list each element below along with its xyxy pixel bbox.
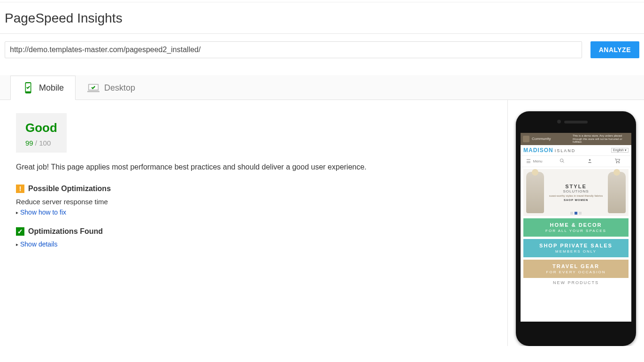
summary-text: Great job! This page applies most perfor… bbox=[16, 163, 491, 171]
hero-title: STYLE bbox=[549, 184, 603, 189]
user-icon bbox=[576, 156, 604, 167]
tabs: Mobile Desktop bbox=[0, 75, 644, 100]
svg-point-7 bbox=[589, 159, 591, 161]
hero-subtitle: SOLUTIONS bbox=[549, 189, 603, 193]
score-separator: / bbox=[33, 139, 39, 147]
score-label: Good bbox=[25, 121, 57, 135]
search-icon bbox=[548, 156, 576, 167]
preview-demo-note: This is a demo store. Any orders placed … bbox=[573, 134, 629, 144]
tab-mobile-label: Mobile bbox=[39, 83, 64, 93]
caret-right-icon: ▸ bbox=[16, 242, 18, 247]
model-image-left bbox=[526, 172, 544, 213]
score-value: 99 bbox=[25, 139, 33, 147]
preview-language-select: English▾ bbox=[611, 148, 629, 153]
magento-logo-icon bbox=[523, 136, 529, 142]
desktop-check-icon bbox=[87, 82, 100, 94]
preview-iconbar: ☰ Menu bbox=[521, 155, 631, 167]
show-how-to-fix-link[interactable]: ▸ Show how to fix bbox=[16, 208, 491, 216]
preview-topbar: Community This is a demo store. Any orde… bbox=[521, 133, 631, 145]
tab-desktop-label: Desktop bbox=[104, 83, 135, 93]
model-image-right bbox=[608, 172, 626, 213]
show-details-link[interactable]: ▸ Show details bbox=[16, 240, 491, 248]
svg-point-8 bbox=[616, 162, 617, 163]
score-box: Good 99 / 100 bbox=[16, 113, 67, 153]
url-input[interactable] bbox=[5, 41, 582, 58]
section-title-found: Optimizations Found bbox=[28, 227, 103, 236]
promo-home-decor: HOME & DECOR FOR ALL YOUR SPACES bbox=[523, 218, 629, 237]
hero-tagline: coast-worthy styles in travel-friendly f… bbox=[549, 194, 603, 197]
menu-icon: ☰ Menu bbox=[521, 156, 548, 167]
preview-new-products: NEW PRODUCTS bbox=[521, 280, 631, 285]
preview-hero: STYLE SOLUTIONS coast-worthy styles in t… bbox=[523, 169, 629, 216]
phone-frame: Community This is a demo store. Any orde… bbox=[516, 111, 636, 346]
section-possible-optimizations: ! Possible Optimizations Reduce server r… bbox=[16, 185, 491, 216]
analyze-button[interactable]: ANALYZE bbox=[590, 41, 639, 58]
device-preview: Community This is a demo store. Any orde… bbox=[508, 100, 644, 346]
preview-community-label: Community bbox=[532, 137, 551, 141]
optimization-item: Reduce server response time bbox=[16, 198, 491, 206]
svg-point-5 bbox=[560, 159, 563, 162]
mobile-check-icon bbox=[22, 82, 34, 94]
check-badge-icon: ✓ bbox=[16, 227, 24, 236]
tab-desktop[interactable]: Desktop bbox=[76, 76, 147, 100]
score-max: 100 bbox=[39, 139, 51, 147]
page-title: PageSpeed Insights bbox=[5, 11, 639, 26]
show-details-label: Show details bbox=[20, 240, 57, 248]
carousel-dots bbox=[570, 212, 582, 215]
hero-cta: SHOP WOMEN bbox=[549, 199, 603, 201]
cart-icon bbox=[604, 156, 631, 167]
svg-rect-4 bbox=[87, 91, 100, 92]
tab-mobile[interactable]: Mobile bbox=[10, 76, 76, 100]
caret-right-icon: ▸ bbox=[16, 210, 18, 215]
show-how-to-fix-label: Show how to fix bbox=[20, 208, 66, 216]
section-title-possible: Possible Optimizations bbox=[28, 185, 111, 193]
preview-brand: MADISONISLAND bbox=[523, 147, 575, 154]
svg-point-9 bbox=[619, 162, 620, 163]
promo-travel-gear: TRAVEL GEAR FOR EVERY OCCASION bbox=[523, 260, 629, 278]
phone-screen: Community This is a demo store. Any orde… bbox=[521, 133, 631, 322]
promo-private-sales: SHOP PRIVATE SALES MEMBERS ONLY bbox=[523, 239, 629, 257]
svg-line-6 bbox=[563, 162, 564, 163]
section-optimizations-found: ✓ Optimizations Found ▸ Show details bbox=[16, 227, 491, 248]
warning-badge-icon: ! bbox=[16, 185, 24, 193]
